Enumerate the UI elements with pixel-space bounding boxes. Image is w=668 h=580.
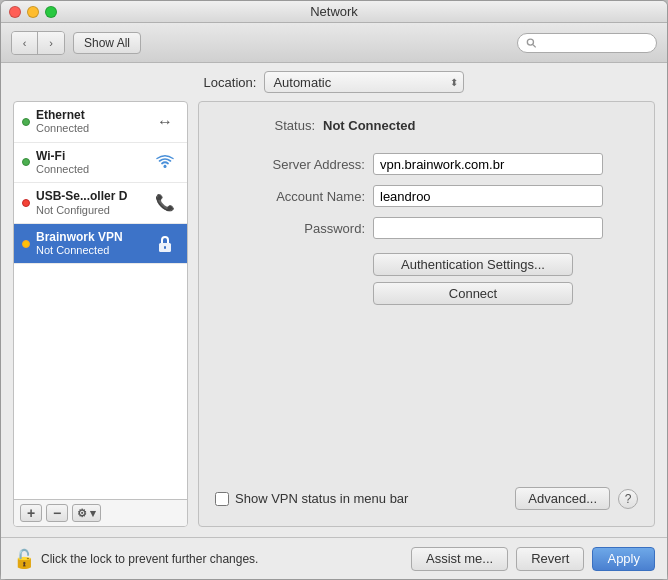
- window-footer: 🔓 Click the lock to prevent further chan…: [1, 537, 667, 579]
- main-bottom: Show VPN status in menu bar Advanced... …: [215, 487, 638, 510]
- spacer: [215, 305, 638, 487]
- advanced-button[interactable]: Advanced...: [515, 487, 610, 510]
- svg-rect-4: [164, 246, 166, 249]
- sidebar: Ethernet Connected ↔ Wi-Fi Connected: [13, 101, 188, 527]
- titlebar: Network: [1, 1, 667, 23]
- server-address-row: Server Address:: [245, 153, 603, 175]
- wifi-icon: [151, 151, 179, 173]
- wifi-status: Connected: [36, 163, 151, 176]
- status-dot-ethernet: [22, 118, 30, 126]
- authentication-settings-button[interactable]: Authentication Settings...: [373, 253, 573, 276]
- assist-button[interactable]: Assist me...: [411, 547, 508, 571]
- status-value: Not Connected: [323, 118, 415, 133]
- ethernet-status: Connected: [36, 122, 151, 135]
- search-icon: [526, 37, 537, 49]
- sidebar-item-ethernet[interactable]: Ethernet Connected ↔: [14, 102, 187, 143]
- maximize-button[interactable]: [45, 6, 57, 18]
- wifi-name: Wi-Fi: [36, 149, 151, 163]
- status-dot-vpn: [22, 240, 30, 248]
- location-select[interactable]: Automatic Home Work Edit Locations...: [264, 71, 464, 93]
- connect-button[interactable]: Connect: [373, 282, 573, 305]
- status-dot-wifi: [22, 158, 30, 166]
- status-dot-usb: [22, 199, 30, 207]
- svg-line-1: [533, 44, 536, 47]
- sidebar-list: Ethernet Connected ↔ Wi-Fi Connected: [14, 102, 187, 499]
- sidebar-item-wifi[interactable]: Wi-Fi Connected: [14, 143, 187, 184]
- status-label: Status:: [215, 118, 315, 133]
- vpn-name: Brainwork VPN: [36, 230, 151, 244]
- vpn-status: Not Connected: [36, 244, 151, 257]
- sidebar-footer: + − ⚙ ▾: [14, 499, 187, 526]
- search-box: [517, 33, 657, 53]
- lock-text: Click the lock to prevent further change…: [41, 552, 258, 566]
- show-all-button[interactable]: Show All: [73, 32, 141, 54]
- search-input[interactable]: [541, 36, 648, 50]
- apply-button[interactable]: Apply: [592, 547, 655, 571]
- form-area: Server Address: Account Name: Password: …: [245, 153, 638, 305]
- close-button[interactable]: [9, 6, 21, 18]
- main-panel: Status: Not Connected Server Address: Ac…: [198, 101, 655, 527]
- traffic-lights: [9, 6, 57, 18]
- gear-button[interactable]: ⚙ ▾: [72, 504, 101, 522]
- sidebar-item-usb[interactable]: USB-Se...oller D Not Configured 📞: [14, 183, 187, 224]
- usb-status: Not Configured: [36, 204, 151, 217]
- svg-point-0: [527, 39, 533, 45]
- phone-icon: 📞: [151, 192, 179, 214]
- minimize-button[interactable]: [27, 6, 39, 18]
- toolbar: ‹ › Show All: [1, 23, 667, 63]
- add-connection-button[interactable]: +: [20, 504, 42, 522]
- account-name-input[interactable]: [373, 185, 603, 207]
- location-wrapper: Automatic Home Work Edit Locations... ⬍: [264, 71, 464, 93]
- location-bar: Location: Automatic Home Work Edit Locat…: [1, 63, 667, 101]
- password-label: Password:: [245, 221, 365, 236]
- server-address-input[interactable]: [373, 153, 603, 175]
- footer-buttons: Assist me... Revert Apply: [411, 547, 655, 571]
- password-input[interactable]: [373, 217, 603, 239]
- show-vpn-checkbox[interactable]: [215, 492, 229, 506]
- network-window: Network ‹ › Show All Location: Automatic…: [0, 0, 668, 580]
- svg-point-2: [164, 165, 167, 168]
- ethernet-name: Ethernet: [36, 108, 151, 122]
- location-label: Location:: [204, 75, 257, 90]
- lock-icon: 🔓: [13, 548, 35, 570]
- action-buttons: Authentication Settings... Connect: [373, 253, 573, 305]
- revert-button[interactable]: Revert: [516, 547, 584, 571]
- window-title: Network: [310, 4, 358, 19]
- forward-button[interactable]: ›: [38, 32, 64, 54]
- account-name-row: Account Name:: [245, 185, 603, 207]
- server-address-label: Server Address:: [245, 157, 365, 172]
- account-name-label: Account Name:: [245, 189, 365, 204]
- usb-name: USB-Se...oller D: [36, 189, 151, 203]
- password-row: Password:: [245, 217, 603, 239]
- lock-icon: [151, 233, 179, 255]
- nav-buttons: ‹ ›: [11, 31, 65, 55]
- back-button[interactable]: ‹: [12, 32, 38, 54]
- status-row: Status: Not Connected: [215, 118, 638, 133]
- sidebar-item-brainwork-vpn[interactable]: Brainwork VPN Not Connected: [14, 224, 187, 265]
- help-button[interactable]: ?: [618, 489, 638, 509]
- lock-area[interactable]: 🔓 Click the lock to prevent further chan…: [13, 548, 258, 570]
- ethernet-icon: ↔: [151, 111, 179, 133]
- show-vpn-checkbox-label[interactable]: Show VPN status in menu bar: [215, 491, 408, 506]
- show-vpn-label: Show VPN status in menu bar: [235, 491, 408, 506]
- content-area: Ethernet Connected ↔ Wi-Fi Connected: [1, 101, 667, 537]
- remove-connection-button[interactable]: −: [46, 504, 68, 522]
